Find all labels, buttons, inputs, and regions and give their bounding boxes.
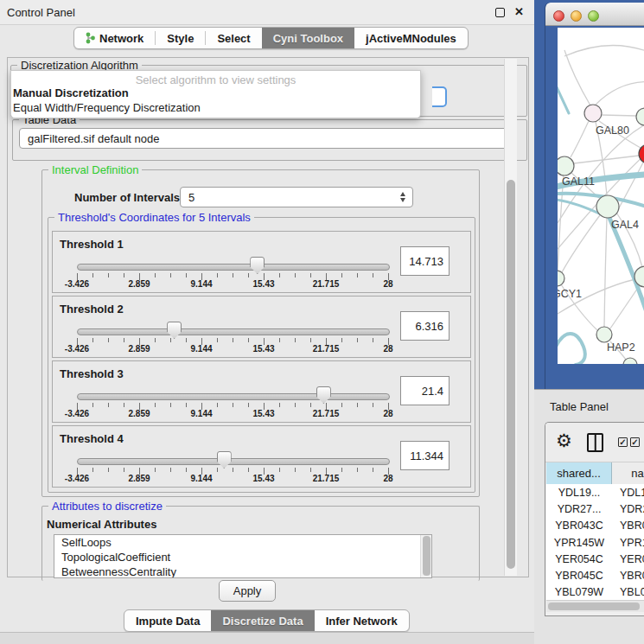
table-cell[interactable]: YBR045C [546,570,612,582]
network-node-green[interactable] [596,195,619,218]
network-node-green[interactable] [558,271,564,286]
slider-tick-label: 21.715 [313,279,340,289]
table-cell[interactable]: YBL0 [612,586,644,598]
table-row[interactable]: YER054CYER0 [546,551,644,567]
tab-select[interactable]: Select [206,28,261,48]
network-edge[interactable] [564,45,644,56]
network-node-pink[interactable] [584,105,602,122]
table-row[interactable]: YBR043CYBR0 [546,518,644,534]
slider-thumb[interactable] [250,257,265,274]
table-cell[interactable]: YDL19... [546,487,612,499]
network-edge-highlighted[interactable] [558,87,569,113]
table-cell[interactable]: YBR043C [546,520,612,532]
table-hscrollbar[interactable] [546,600,644,612]
close-traffic-light[interactable] [553,10,564,22]
tab-infer-network[interactable]: Infer Network [315,610,409,631]
table-cell[interactable]: YDL1 [612,487,644,499]
table-toolbar: ⚙ ✓ ✓ [545,423,644,462]
network-edge[interactable] [602,115,636,116]
column-header-2[interactable]: na [612,462,644,484]
apply-button[interactable]: Apply [219,580,276,602]
network-edge-highlighted[interactable] [558,334,585,364]
column-header-1[interactable]: shared... [546,462,612,484]
tab-style[interactable]: Style [156,28,205,48]
algorithm-option-equal-width[interactable]: Equal Width/Frequency Discretization [13,101,201,114]
tab-jactivemnodules[interactable]: jActiveMNodules [354,28,468,48]
content-scrollbar[interactable] [504,59,517,576]
table-panel-title: Table Panel [550,400,609,413]
table-row[interactable]: YPR145WYPR1 [546,534,644,551]
tab-network[interactable]: Network [74,28,155,48]
network-edge[interactable] [562,215,600,272]
table-cell[interactable]: YDR2 [612,503,644,515]
table-cell[interactable]: YPR145W [546,537,612,549]
table-row[interactable]: YDL19...YDL1 [546,484,644,501]
table-row[interactable]: YBL079WYBL0 [546,584,644,601]
checkbox-icon[interactable]: ✓ [630,437,640,447]
tab-impute-data[interactable]: Impute Data [124,610,211,631]
table-row[interactable]: YDR27...YDR2 [546,501,644,517]
table-cell[interactable]: YBR0 [612,520,644,532]
gear-icon[interactable]: ⚙ [556,430,572,451]
table-cell[interactable]: YBR0 [612,570,644,582]
network-node-green[interactable] [596,327,612,342]
network-node-green[interactable] [636,108,644,125]
close-icon[interactable]: ✕ [514,5,524,18]
zoom-traffic-light[interactable] [588,10,599,22]
tab-discretize-data[interactable]: Discretize Data [211,610,314,631]
minimize-traffic-light[interactable] [571,10,582,22]
interval-definition-group-title: Interval Definition [48,163,142,176]
slider-track[interactable] [77,328,390,335]
slider-tick [124,403,124,407]
threshold-label: Threshold 3 [60,367,124,380]
table-cell[interactable]: YER054C [546,553,612,565]
attribute-list-item[interactable]: BetweennessCentrality [54,564,431,578]
number-of-intervals-value: 5 [188,191,194,204]
attribute-list-item[interactable]: TopologicalCoefficient [54,550,431,564]
tab-cyni-toolbox[interactable]: Cyni Toolbox [262,28,354,48]
network-edge[interactable] [610,285,640,328]
network-node-green[interactable] [558,156,574,175]
slider-tick-label: 9.144 [190,344,212,354]
network-edge[interactable] [571,121,589,157]
slider-track[interactable] [77,264,390,271]
slider-tick [108,338,109,342]
network-edge[interactable] [604,218,607,327]
numerical-attributes-list[interactable]: SelfLoopsTopologicalCoefficientBetweenne… [54,534,432,578]
columns-icon[interactable] [587,433,603,452]
table-cell[interactable]: YER0 [612,553,644,565]
threshold-value-field[interactable]: 6.316 [400,311,450,341]
table-data-combobox[interactable]: galFiltered.sif default node [19,128,517,149]
network-canvas[interactable]: GAL80G.CGAL11GAL4GCY1HHAP2 [558,28,644,364]
float-window-icon[interactable] [495,8,505,17]
slider-tick-label: 2.859 [128,344,150,354]
checkbox-icon[interactable]: ✓ [618,437,628,447]
threshold-value-field[interactable]: 11.344 [400,441,450,470]
algorithm-combobox-focus-fragment[interactable] [432,86,447,107]
attribute-list-item[interactable]: SelfLoops [54,535,431,550]
numerical-attributes-label: Numerical Attributes [47,518,156,531]
slider-thumb[interactable] [217,451,232,469]
threshold-value-field[interactable]: 21.4 [400,376,450,405]
slider-thumb[interactable] [167,322,182,339]
slider-tick-label: 15.43 [252,279,274,289]
table-row[interactable]: YBR045CYBR0 [546,567,644,583]
slider-track[interactable] [77,458,390,465]
algorithm-option-manual[interactable]: Manual Discretization [13,86,129,99]
network-window-titlebar[interactable] [545,3,644,26]
network-edge[interactable] [596,82,644,105]
slider-tick [217,468,218,472]
list-scrollbar[interactable] [420,535,431,577]
content-scrollbar-thumb[interactable] [507,180,515,569]
number-of-intervals-combobox[interactable]: 5 [180,187,413,207]
slider-track[interactable] [77,393,390,400]
slider-tick [233,468,233,472]
threshold-value-field[interactable]: 14.713 [400,246,450,276]
table-cell[interactable]: YPR1 [612,537,644,549]
table-cell[interactable]: YDR27... [546,503,612,515]
network-edge[interactable] [564,50,590,105]
table-hscrollbar-thumb[interactable] [548,603,640,610]
number-of-intervals-label: Number of Intervals [74,191,180,204]
slider-thumb[interactable] [316,386,331,404]
table-cell[interactable]: YBL079W [546,586,612,598]
